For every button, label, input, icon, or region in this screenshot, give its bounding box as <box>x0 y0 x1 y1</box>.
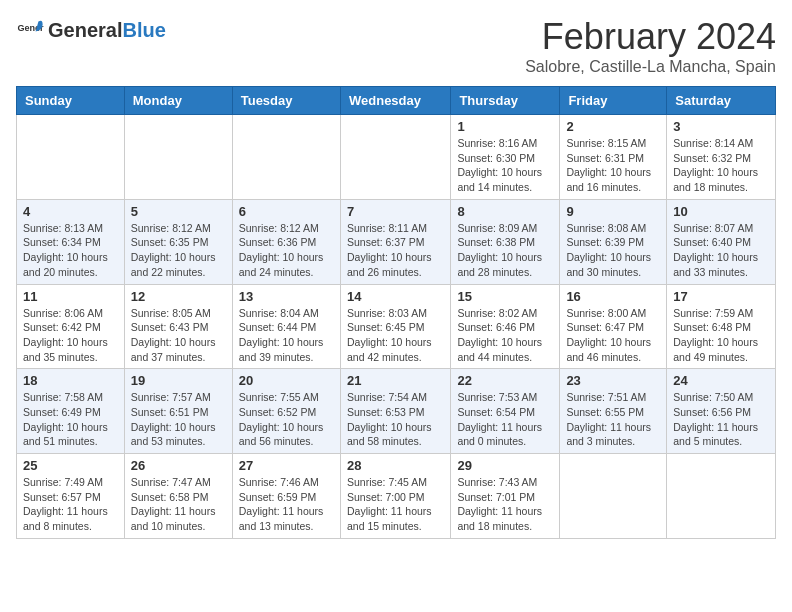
col-thursday: Thursday <box>451 87 560 115</box>
day-number: 12 <box>131 289 226 304</box>
day-number: 11 <box>23 289 118 304</box>
logo-general: General <box>48 19 122 41</box>
day-number: 24 <box>673 373 769 388</box>
table-row: 13Sunrise: 8:04 AM Sunset: 6:44 PM Dayli… <box>232 284 340 369</box>
day-info: Sunrise: 7:50 AM Sunset: 6:56 PM Dayligh… <box>673 390 769 449</box>
day-number: 29 <box>457 458 553 473</box>
day-info: Sunrise: 8:02 AM Sunset: 6:46 PM Dayligh… <box>457 306 553 365</box>
day-info: Sunrise: 7:54 AM Sunset: 6:53 PM Dayligh… <box>347 390 444 449</box>
day-number: 4 <box>23 204 118 219</box>
day-info: Sunrise: 8:16 AM Sunset: 6:30 PM Dayligh… <box>457 136 553 195</box>
day-info: Sunrise: 8:00 AM Sunset: 6:47 PM Dayligh… <box>566 306 660 365</box>
day-info: Sunrise: 8:03 AM Sunset: 6:45 PM Dayligh… <box>347 306 444 365</box>
table-row: 11Sunrise: 8:06 AM Sunset: 6:42 PM Dayli… <box>17 284 125 369</box>
table-row <box>232 115 340 200</box>
day-number: 15 <box>457 289 553 304</box>
table-row <box>340 115 450 200</box>
day-info: Sunrise: 7:55 AM Sunset: 6:52 PM Dayligh… <box>239 390 334 449</box>
col-saturday: Saturday <box>667 87 776 115</box>
col-wednesday: Wednesday <box>340 87 450 115</box>
table-row: 7Sunrise: 8:11 AM Sunset: 6:37 PM Daylig… <box>340 199 450 284</box>
calendar-table: Sunday Monday Tuesday Wednesday Thursday… <box>16 86 776 539</box>
table-row: 14Sunrise: 8:03 AM Sunset: 6:45 PM Dayli… <box>340 284 450 369</box>
day-number: 9 <box>566 204 660 219</box>
day-info: Sunrise: 8:09 AM Sunset: 6:38 PM Dayligh… <box>457 221 553 280</box>
day-number: 2 <box>566 119 660 134</box>
day-info: Sunrise: 7:57 AM Sunset: 6:51 PM Dayligh… <box>131 390 226 449</box>
day-info: Sunrise: 8:14 AM Sunset: 6:32 PM Dayligh… <box>673 136 769 195</box>
table-row: 26Sunrise: 7:47 AM Sunset: 6:58 PM Dayli… <box>124 454 232 539</box>
day-number: 21 <box>347 373 444 388</box>
day-info: Sunrise: 8:06 AM Sunset: 6:42 PM Dayligh… <box>23 306 118 365</box>
day-number: 6 <box>239 204 334 219</box>
day-info: Sunrise: 8:05 AM Sunset: 6:43 PM Dayligh… <box>131 306 226 365</box>
day-info: Sunrise: 8:13 AM Sunset: 6:34 PM Dayligh… <box>23 221 118 280</box>
table-row: 21Sunrise: 7:54 AM Sunset: 6:53 PM Dayli… <box>340 369 450 454</box>
day-number: 18 <box>23 373 118 388</box>
day-number: 14 <box>347 289 444 304</box>
table-row: 10Sunrise: 8:07 AM Sunset: 6:40 PM Dayli… <box>667 199 776 284</box>
table-row: 23Sunrise: 7:51 AM Sunset: 6:55 PM Dayli… <box>560 369 667 454</box>
day-info: Sunrise: 8:15 AM Sunset: 6:31 PM Dayligh… <box>566 136 660 195</box>
day-info: Sunrise: 8:12 AM Sunset: 6:36 PM Dayligh… <box>239 221 334 280</box>
day-info: Sunrise: 8:11 AM Sunset: 6:37 PM Dayligh… <box>347 221 444 280</box>
day-info: Sunrise: 7:58 AM Sunset: 6:49 PM Dayligh… <box>23 390 118 449</box>
table-row: 6Sunrise: 8:12 AM Sunset: 6:36 PM Daylig… <box>232 199 340 284</box>
logo-blue: Blue <box>122 19 165 41</box>
table-row: 1Sunrise: 8:16 AM Sunset: 6:30 PM Daylig… <box>451 115 560 200</box>
day-number: 7 <box>347 204 444 219</box>
table-row <box>17 115 125 200</box>
table-row: 19Sunrise: 7:57 AM Sunset: 6:51 PM Dayli… <box>124 369 232 454</box>
col-friday: Friday <box>560 87 667 115</box>
day-info: Sunrise: 7:49 AM Sunset: 6:57 PM Dayligh… <box>23 475 118 534</box>
day-info: Sunrise: 7:46 AM Sunset: 6:59 PM Dayligh… <box>239 475 334 534</box>
title-block: February 2024 Salobre, Castille-La Manch… <box>525 16 776 76</box>
table-row: 18Sunrise: 7:58 AM Sunset: 6:49 PM Dayli… <box>17 369 125 454</box>
day-number: 1 <box>457 119 553 134</box>
col-sunday: Sunday <box>17 87 125 115</box>
calendar-week-row: 25Sunrise: 7:49 AM Sunset: 6:57 PM Dayli… <box>17 454 776 539</box>
day-number: 16 <box>566 289 660 304</box>
day-info: Sunrise: 8:08 AM Sunset: 6:39 PM Dayligh… <box>566 221 660 280</box>
calendar-week-row: 4Sunrise: 8:13 AM Sunset: 6:34 PM Daylig… <box>17 199 776 284</box>
table-row: 15Sunrise: 8:02 AM Sunset: 6:46 PM Dayli… <box>451 284 560 369</box>
table-row: 8Sunrise: 8:09 AM Sunset: 6:38 PM Daylig… <box>451 199 560 284</box>
table-row: 3Sunrise: 8:14 AM Sunset: 6:32 PM Daylig… <box>667 115 776 200</box>
day-info: Sunrise: 7:59 AM Sunset: 6:48 PM Dayligh… <box>673 306 769 365</box>
day-number: 10 <box>673 204 769 219</box>
month-title: February 2024 <box>525 16 776 58</box>
table-row: 29Sunrise: 7:43 AM Sunset: 7:01 PM Dayli… <box>451 454 560 539</box>
day-info: Sunrise: 7:43 AM Sunset: 7:01 PM Dayligh… <box>457 475 553 534</box>
table-row: 9Sunrise: 8:08 AM Sunset: 6:39 PM Daylig… <box>560 199 667 284</box>
day-number: 27 <box>239 458 334 473</box>
table-row: 5Sunrise: 8:12 AM Sunset: 6:35 PM Daylig… <box>124 199 232 284</box>
calendar-week-row: 18Sunrise: 7:58 AM Sunset: 6:49 PM Dayli… <box>17 369 776 454</box>
table-row: 20Sunrise: 7:55 AM Sunset: 6:52 PM Dayli… <box>232 369 340 454</box>
day-number: 19 <box>131 373 226 388</box>
table-row: 16Sunrise: 8:00 AM Sunset: 6:47 PM Dayli… <box>560 284 667 369</box>
logo-icon: General <box>16 16 44 44</box>
table-row <box>560 454 667 539</box>
day-number: 22 <box>457 373 553 388</box>
table-row: 25Sunrise: 7:49 AM Sunset: 6:57 PM Dayli… <box>17 454 125 539</box>
table-row <box>124 115 232 200</box>
day-number: 5 <box>131 204 226 219</box>
day-info: Sunrise: 7:47 AM Sunset: 6:58 PM Dayligh… <box>131 475 226 534</box>
day-info: Sunrise: 7:53 AM Sunset: 6:54 PM Dayligh… <box>457 390 553 449</box>
day-info: Sunrise: 7:45 AM Sunset: 7:00 PM Dayligh… <box>347 475 444 534</box>
col-monday: Monday <box>124 87 232 115</box>
day-number: 17 <box>673 289 769 304</box>
location-title: Salobre, Castille-La Mancha, Spain <box>525 58 776 76</box>
day-number: 28 <box>347 458 444 473</box>
day-number: 3 <box>673 119 769 134</box>
day-info: Sunrise: 8:12 AM Sunset: 6:35 PM Dayligh… <box>131 221 226 280</box>
calendar-week-row: 1Sunrise: 8:16 AM Sunset: 6:30 PM Daylig… <box>17 115 776 200</box>
day-info: Sunrise: 7:51 AM Sunset: 6:55 PM Dayligh… <box>566 390 660 449</box>
table-row: 2Sunrise: 8:15 AM Sunset: 6:31 PM Daylig… <box>560 115 667 200</box>
day-number: 23 <box>566 373 660 388</box>
col-tuesday: Tuesday <box>232 87 340 115</box>
table-row: 27Sunrise: 7:46 AM Sunset: 6:59 PM Dayli… <box>232 454 340 539</box>
day-number: 26 <box>131 458 226 473</box>
table-row: 28Sunrise: 7:45 AM Sunset: 7:00 PM Dayli… <box>340 454 450 539</box>
day-number: 25 <box>23 458 118 473</box>
